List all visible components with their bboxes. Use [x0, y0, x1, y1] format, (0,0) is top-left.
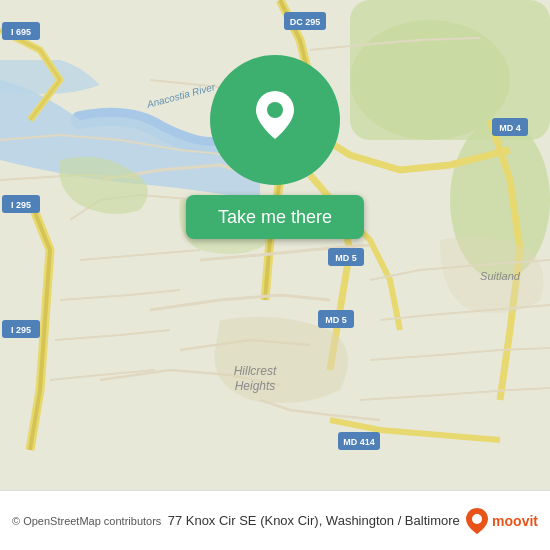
- bottom-bar: © OpenStreetMap contributors 77 Knox Cir…: [0, 490, 550, 550]
- map-container: I 695 DC 295 I 295 I 295 MD 218 MD 5 MD …: [0, 0, 550, 490]
- svg-text:I 295: I 295: [11, 325, 31, 335]
- svg-text:I 695: I 695: [11, 27, 31, 37]
- svg-text:MD 414: MD 414: [343, 437, 375, 447]
- svg-text:MD 5: MD 5: [335, 253, 357, 263]
- moovit-logo: moovit: [466, 508, 538, 534]
- svg-text:Suitland: Suitland: [480, 270, 521, 282]
- take-me-there-button[interactable]: Take me there: [186, 195, 364, 239]
- moovit-pin-icon: [466, 508, 488, 534]
- svg-text:I 295: I 295: [11, 200, 31, 210]
- svg-text:MD 4: MD 4: [499, 123, 521, 133]
- svg-text:DC 295: DC 295: [290, 17, 321, 27]
- svg-text:MD 5: MD 5: [325, 315, 347, 325]
- svg-text:Heights: Heights: [235, 379, 276, 393]
- svg-point-27: [472, 514, 482, 524]
- moovit-logo-text: moovit: [492, 513, 538, 529]
- address-text: 77 Knox Cir SE (Knox Cir), Washington / …: [161, 513, 466, 528]
- svg-point-26: [267, 102, 283, 118]
- pin-circle-background: [210, 55, 340, 185]
- copyright-text: © OpenStreetMap contributors: [12, 515, 161, 527]
- svg-text:Hillcrest: Hillcrest: [234, 364, 277, 378]
